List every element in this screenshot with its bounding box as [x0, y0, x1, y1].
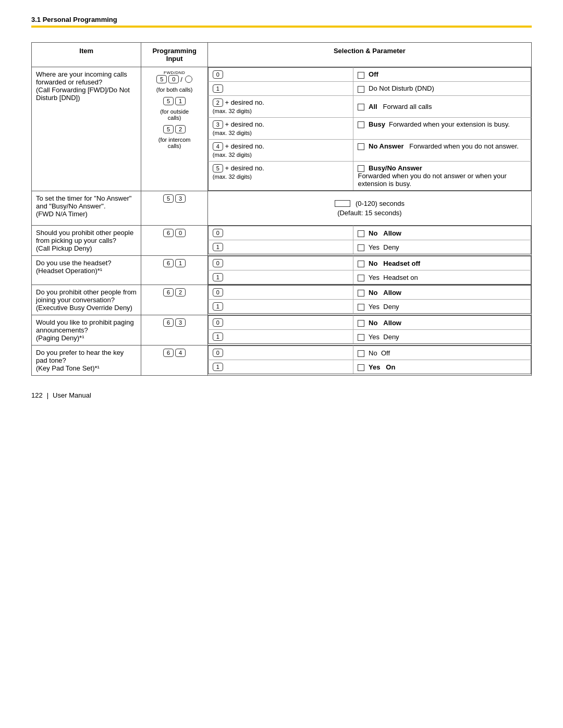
checkbox-pickup-yes	[358, 244, 364, 251]
checkbox-pickup-no	[358, 230, 364, 237]
table-row: Where are your incoming calls forwarded …	[32, 67, 532, 191]
checkbox-dnd	[358, 86, 364, 93]
checkbox-kptone-yes	[358, 364, 364, 371]
sel-cell-fwd: 0 Off 1 Do Not Di	[207, 67, 531, 191]
prog-cell-headset: 6 1	[141, 256, 207, 285]
prog-cell-kptone: 6 4	[141, 346, 207, 376]
yellow-bar	[31, 26, 532, 28]
checkbox-noanswer	[358, 143, 364, 150]
checkbox-paging-no	[358, 320, 364, 327]
item-cell-pickup: Should you prohibit other people from pi…	[32, 226, 141, 256]
table-row: Would you like to prohibit paging announ…	[32, 315, 532, 346]
table-row: To set the timer for "No Answer" and "Bu…	[32, 191, 532, 226]
table-row: Do you prohibit other people from joinin…	[32, 285, 532, 315]
footer-label: User Manual	[53, 391, 91, 399]
checkbox-kptone-no	[358, 350, 364, 357]
sel-cell-pickup: 0 No Allow 1 Yes Deny	[207, 226, 531, 256]
page-number: 122	[31, 391, 43, 399]
checkbox-all	[358, 104, 364, 110]
item-cell-headset: Do you use the headset?(Headset Operatio…	[32, 256, 141, 285]
page-header: 3.1 Personal Programming	[31, 16, 532, 37]
table-row: Should you prohibit other people from pi…	[32, 226, 532, 256]
checkbox-headset-no	[358, 261, 364, 267]
prog-cell-ebo: 6 2	[141, 285, 207, 315]
sel-cell-ebo: 0 No Allow 1 Yes Deny	[207, 285, 531, 315]
item-cell-kptone: Do you prefer to hear the key pad tone?(…	[32, 346, 141, 376]
prog-cell-paging: 6 3	[141, 315, 207, 346]
prog-cell-fwd: FWD/DND 5 0 / (for both calls) 5 1 (for	[141, 67, 207, 191]
checkbox-busy	[358, 121, 364, 128]
checkbox-timer	[335, 200, 350, 207]
item-cell-paging: Would you like to prohibit paging announ…	[32, 315, 141, 346]
sel-cell-paging: 0 No Allow 1 Yes Deny	[207, 315, 531, 346]
prog-cell-pickup: 6 0	[141, 226, 207, 256]
header-item: Item	[32, 43, 141, 67]
checkbox-busynoanswer	[358, 165, 364, 172]
table-row: Do you use the headset?(Headset Operatio…	[32, 256, 532, 285]
sel-cell-headset: 0 No Headset off 1 Yes He	[207, 256, 531, 285]
checkbox-ebo-no	[358, 290, 364, 297]
item-cell-ebo: Do you prohibit other people from joinin…	[32, 285, 141, 315]
prog-cell-timer: 5 3	[141, 191, 207, 226]
page-footer: 122 | User Manual	[31, 391, 532, 399]
section-title: 3.1 Personal Programming	[31, 16, 532, 23]
item-cell-timer: To set the timer for "No Answer" and "Bu…	[32, 191, 141, 226]
sel-cell-timer: (0-120) seconds (Default: 15 seconds)	[207, 191, 531, 226]
sel-cell-kptone: 0 No Off 1 Yes On	[207, 346, 531, 376]
checkbox-ebo-yes	[358, 304, 364, 311]
circle-icon	[185, 76, 192, 83]
header-sel: Selection & Parameter	[207, 43, 531, 67]
header-prog: ProgrammingInput	[141, 43, 207, 67]
checkbox-off	[358, 72, 364, 79]
checkbox-headset-yes	[358, 275, 364, 281]
checkbox-paging-yes	[358, 334, 364, 341]
table-row: Do you prefer to hear the key pad tone?(…	[32, 346, 532, 376]
item-cell-fwd: Where are your incoming calls forwarded …	[32, 67, 141, 191]
main-table: Item ProgrammingInput Selection & Parame…	[31, 42, 532, 376]
